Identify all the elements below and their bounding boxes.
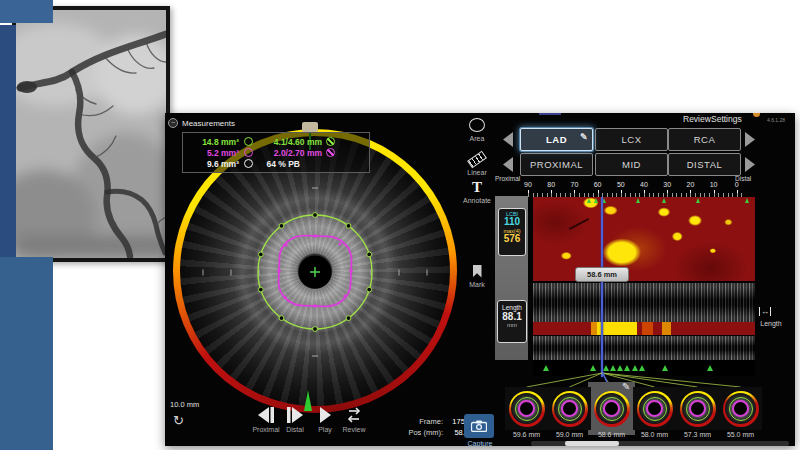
length-measure-icon[interactable]: ↔ bbox=[759, 307, 771, 316]
tool-annotate[interactable]: T Annotate bbox=[460, 179, 494, 204]
segment-button-proximal[interactable]: PROXIMAL bbox=[520, 153, 593, 176]
pullback-panel: Review Settings 4.6.1.28 LAD✎ LCX RCA PR… bbox=[495, 113, 795, 446]
ruler-tick: 10 bbox=[706, 181, 722, 188]
area-tool-icon bbox=[469, 118, 485, 132]
vessel-prev-arrow[interactable] bbox=[499, 129, 516, 150]
thumbnail-fan-lines bbox=[495, 371, 795, 387]
tool-area[interactable]: Area bbox=[460, 117, 494, 142]
frame-thumbnail[interactable] bbox=[633, 387, 676, 430]
annotate-tool-icon: T bbox=[472, 180, 482, 194]
capture-button[interactable] bbox=[464, 414, 494, 438]
ruler-tick: 80 bbox=[543, 181, 559, 188]
segment-next-arrow[interactable] bbox=[742, 154, 759, 175]
frame-thumbnail[interactable] bbox=[548, 387, 591, 430]
diameter-icon bbox=[326, 137, 335, 146]
review-loop-button[interactable]: Review bbox=[337, 406, 371, 433]
lumen-area-value: 5.2 mm² bbox=[187, 148, 239, 158]
thumbnail-position-label: 59.6 mm bbox=[505, 431, 548, 438]
frame-thumbnail-selected[interactable] bbox=[590, 387, 633, 430]
vessel-button-lad[interactable]: LAD✎ bbox=[520, 128, 593, 151]
frame-label: Frame: bbox=[403, 417, 443, 426]
linear-tool-icon bbox=[467, 150, 487, 168]
pos-label: Pos (mm): bbox=[403, 428, 443, 437]
menu-review[interactable]: Review bbox=[683, 114, 711, 124]
thumbnail-position-label: 58.6 mm bbox=[590, 431, 633, 438]
rotate-view-icon[interactable]: ↻ bbox=[173, 413, 184, 428]
length-label: Length bbox=[498, 304, 526, 311]
play-button[interactable]: Play bbox=[311, 406, 339, 433]
length-measure-label: Length bbox=[751, 320, 791, 327]
vessel-button-lcx[interactable]: LCX bbox=[595, 128, 668, 151]
play-icon bbox=[318, 406, 332, 424]
step-proximal-icon bbox=[256, 406, 276, 424]
chemogram-map[interactable] bbox=[533, 197, 755, 281]
thumbnail-position-label: 55.0 mm bbox=[719, 431, 762, 438]
ruler-tick: 50 bbox=[613, 181, 629, 188]
lcbi-box: LCBI 110 max(4) 576 bbox=[498, 208, 526, 256]
capture-label: Capture bbox=[461, 440, 499, 447]
block-chemogram[interactable] bbox=[533, 322, 755, 335]
frame-thumbnail[interactable] bbox=[719, 387, 762, 430]
measurements-header[interactable]: − Measurements bbox=[168, 118, 370, 128]
ruler-tick: 0 bbox=[729, 181, 745, 188]
vessel-button-rca[interactable]: RCA bbox=[668, 128, 741, 151]
thumbnail-scrollbar-thumb[interactable] bbox=[565, 441, 619, 446]
vessel-next-arrow[interactable] bbox=[742, 129, 759, 150]
side-gutter: LCBI 110 max(4) 576 Length 88.1 mm bbox=[495, 196, 528, 360]
eem-area-value: 14.8 mm² bbox=[187, 137, 239, 147]
edit-pencil-icon: ✎ bbox=[580, 132, 588, 142]
tool-linear[interactable]: Linear bbox=[460, 151, 494, 176]
version-text: 4.6.1.28 bbox=[767, 117, 785, 123]
tool-mark[interactable]: Mark bbox=[460, 263, 494, 288]
plaque-area-value: 9.6 mm² bbox=[187, 159, 239, 169]
eem-diameter-value: 4.1/4.60 mm bbox=[256, 137, 322, 147]
length-value: 88.1 bbox=[498, 311, 526, 322]
frame-thumbnail[interactable] bbox=[676, 387, 719, 430]
area-circle-icon bbox=[244, 148, 253, 157]
lcbi-max-value: 576 bbox=[499, 234, 525, 244]
thumbnail-position-label: 59.0 mm bbox=[548, 431, 591, 438]
ruler-tick: 40 bbox=[636, 181, 652, 188]
length-box[interactable]: Length 88.1 mm bbox=[497, 300, 527, 343]
menu-settings[interactable]: Settings bbox=[711, 114, 742, 124]
longitudinal-ivus-lower[interactable] bbox=[533, 336, 755, 360]
area-circle-icon bbox=[244, 137, 253, 146]
ruler-tick: 30 bbox=[659, 181, 675, 188]
collapse-icon[interactable]: − bbox=[168, 118, 178, 128]
segment-button-mid[interactable]: MID bbox=[595, 153, 668, 176]
step-distal-icon bbox=[285, 406, 305, 424]
chemo-bookmark bbox=[745, 198, 749, 203]
segment-button-distal[interactable]: DISTAL bbox=[668, 153, 741, 176]
frame-position-readout: Frame:1755 Pos (mm):58.6 bbox=[403, 417, 469, 437]
ruler-tick: 60 bbox=[590, 181, 606, 188]
measurements-panel: − Measurements 14.8 mm²4.1/4.60 mm 5.2 m… bbox=[168, 118, 370, 173]
slide-accent-top bbox=[0, 0, 53, 23]
length-unit: mm bbox=[498, 322, 526, 328]
scale-label: 10.0 mm bbox=[170, 400, 199, 409]
frame-thumbnail[interactable] bbox=[505, 387, 548, 430]
camera-icon bbox=[471, 420, 487, 432]
ruler-tick: 20 bbox=[682, 181, 698, 188]
slide-accent-left bbox=[0, 25, 16, 257]
nirs-ivus-application: − Measurements 14.8 mm²4.1/4.60 mm 5.2 m… bbox=[165, 113, 795, 446]
mark-tool-icon bbox=[473, 265, 482, 278]
coronary-angiogram-image bbox=[12, 6, 170, 262]
presentation-slide: − Measurements 14.8 mm²4.1/4.60 mm 5.2 m… bbox=[0, 0, 800, 450]
measurements-box: 14.8 mm²4.1/4.60 mm 5.2 mm²2.0/2.70 mm 9… bbox=[182, 132, 370, 173]
chemo-bookmark bbox=[594, 198, 598, 203]
segment-prev-arrow[interactable] bbox=[499, 154, 516, 175]
ruler-tick: 70 bbox=[566, 181, 582, 188]
thumbnail-position-label: 57.3 mm bbox=[676, 431, 719, 438]
ruler-proximal-label: Proximal bbox=[495, 175, 520, 182]
plaque-burden-value: 64 % PB bbox=[256, 159, 300, 169]
angiogram-vessels bbox=[16, 10, 166, 258]
lumen-diameter-value: 2.0/2.70 mm bbox=[256, 148, 322, 158]
notification-dot bbox=[753, 113, 760, 117]
review-loop-icon bbox=[345, 406, 363, 424]
pullback-cursor-line[interactable] bbox=[601, 197, 603, 377]
diameter-icon bbox=[326, 148, 335, 157]
measurements-title: Measurements bbox=[182, 119, 235, 128]
top-indicator-line bbox=[539, 113, 561, 115]
longitudinal-ivus-upper[interactable] bbox=[533, 283, 755, 322]
step-distal-button[interactable]: Distal bbox=[277, 406, 313, 433]
